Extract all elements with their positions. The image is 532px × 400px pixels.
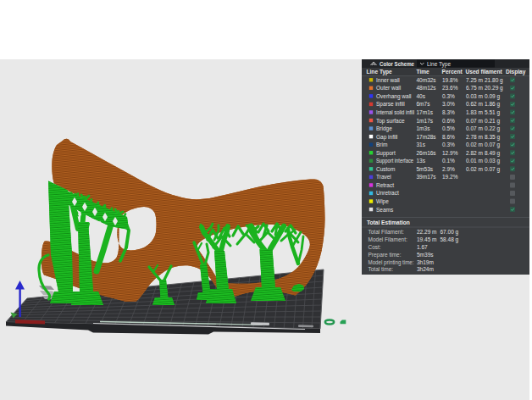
svg-text:40m32s: 40m32s (417, 77, 437, 83)
svg-text:19.8%: 19.8% (442, 77, 458, 83)
svg-text:Cost:: Cost: (369, 244, 381, 250)
svg-text:Model Filament:: Model Filament: (369, 236, 407, 242)
svg-text:Prepare time:: Prepare time: (369, 252, 402, 258)
svg-text:Outer wall: Outer wall (376, 85, 402, 91)
svg-text:Line Type: Line Type (427, 61, 451, 68)
svg-text:0.62 m: 0.62 m (466, 101, 483, 107)
svg-text:21.80 g: 21.80 g (485, 77, 503, 84)
svg-text:26m16s: 26m16s (417, 150, 437, 156)
svg-text:1.67: 1.67 (417, 244, 428, 250)
svg-text:1.86 g: 1.86 g (485, 101, 500, 108)
svg-text:0.6%: 0.6% (442, 118, 455, 124)
svg-text:0.09 g: 0.09 g (485, 93, 500, 100)
svg-text:Model printing time:: Model printing time: (369, 259, 414, 266)
svg-text:0.03 m: 0.03 m (466, 93, 483, 99)
svg-text:13s: 13s (417, 158, 426, 164)
svg-text:0.22 g: 0.22 g (485, 125, 500, 132)
svg-text:39m17s: 39m17s (417, 174, 437, 180)
svg-text:3h19m: 3h19m (417, 259, 434, 265)
svg-text:Time: Time (417, 69, 430, 75)
svg-text:2.78 m: 2.78 m (466, 134, 483, 140)
svg-text:8.35 g: 8.35 g (485, 134, 500, 141)
svg-text:0.02 m: 0.02 m (466, 142, 483, 147)
svg-text:3.0%: 3.0% (442, 101, 455, 107)
svg-text:Custom: Custom (376, 166, 395, 172)
svg-text:8.49 g: 8.49 g (485, 150, 500, 157)
svg-text:5m53s: 5m53s (417, 166, 434, 172)
svg-text:19.2%: 19.2% (442, 174, 458, 180)
svg-text:20.29 g: 20.29 g (485, 85, 503, 92)
svg-text:Travel: Travel (376, 174, 391, 180)
svg-text:0.03 g: 0.03 g (485, 158, 500, 164)
svg-text:0.07 m: 0.07 m (466, 118, 483, 124)
svg-text:Inner wall: Inner wall (376, 77, 400, 83)
svg-text:Retract: Retract (376, 182, 394, 188)
svg-text:0.07 m: 0.07 m (466, 125, 483, 131)
svg-text:Top surface: Top surface (376, 118, 405, 125)
svg-text:0.01 m: 0.01 m (466, 158, 483, 164)
svg-text:58.48 g: 58.48 g (441, 236, 459, 243)
svg-text:0.5%: 0.5% (442, 125, 455, 131)
svg-text:2.82 m: 2.82 m (466, 150, 483, 156)
svg-text:0.07 g: 0.07 g (485, 166, 500, 173)
svg-text:48m12s: 48m12s (417, 85, 437, 91)
svg-text:0.07 g: 0.07 g (485, 142, 500, 148)
svg-text:17m28s: 17m28s (417, 134, 437, 140)
svg-text:12.9%: 12.9% (442, 150, 458, 156)
svg-text:19.45 m: 19.45 m (417, 236, 437, 242)
svg-text:8.6%: 8.6% (442, 134, 455, 140)
svg-text:Internal solid infill: Internal solid infill (376, 109, 415, 115)
svg-text:6.75 m: 6.75 m (466, 85, 483, 91)
svg-text:Total Filament:: Total Filament: (369, 229, 404, 235)
svg-text:3h24m: 3h24m (417, 266, 434, 272)
svg-text:0.3%: 0.3% (442, 93, 455, 99)
svg-text:Color Scheme: Color Scheme (380, 61, 414, 67)
svg-text:40s: 40s (417, 93, 426, 99)
svg-text:Total Estimation: Total Estimation (367, 219, 410, 225)
svg-text:31s: 31s (417, 142, 426, 147)
svg-text:Support: Support (376, 150, 396, 157)
svg-text:Total time:: Total time: (369, 266, 394, 272)
svg-text:8.3%: 8.3% (442, 109, 455, 115)
svg-text:Used filament: Used filament (466, 69, 503, 75)
svg-text:Line Type: Line Type (367, 69, 393, 75)
svg-text:Unretract: Unretract (376, 190, 399, 196)
svg-text:Display: Display (506, 69, 526, 75)
svg-text:5.51 g: 5.51 g (485, 109, 500, 116)
svg-text:17m1s: 17m1s (417, 109, 434, 115)
svg-text:Gap infill: Gap infill (376, 134, 398, 141)
svg-text:Wipe: Wipe (376, 198, 389, 205)
svg-text:0.21 g: 0.21 g (485, 118, 500, 125)
svg-text:Support interface: Support interface (376, 158, 413, 164)
svg-text:Bridge: Bridge (376, 125, 392, 132)
svg-text:1.83 m: 1.83 m (466, 109, 483, 115)
svg-text:22.29 m: 22.29 m (417, 229, 437, 235)
svg-text:Percent: Percent (442, 69, 463, 75)
svg-text:Sparse infill: Sparse infill (376, 101, 405, 108)
svg-text:Seams: Seams (376, 207, 394, 213)
svg-text:0.1%: 0.1% (442, 158, 455, 164)
svg-text:5m39s: 5m39s (417, 252, 434, 258)
svg-text:Overhang wall: Overhang wall (376, 93, 412, 100)
svg-text:0.02 m: 0.02 m (466, 166, 483, 172)
svg-text:67.00 g: 67.00 g (441, 229, 459, 236)
svg-text:7.25 m: 7.25 m (466, 77, 483, 83)
svg-text:6m7s: 6m7s (417, 101, 431, 107)
svg-text:1m17s: 1m17s (417, 118, 434, 124)
svg-text:Brim: Brim (376, 142, 387, 147)
svg-text:1m3s: 1m3s (417, 125, 431, 131)
svg-text:2.9%: 2.9% (442, 166, 455, 172)
svg-text:0.3%: 0.3% (442, 142, 455, 147)
svg-text:23.6%: 23.6% (442, 85, 458, 91)
